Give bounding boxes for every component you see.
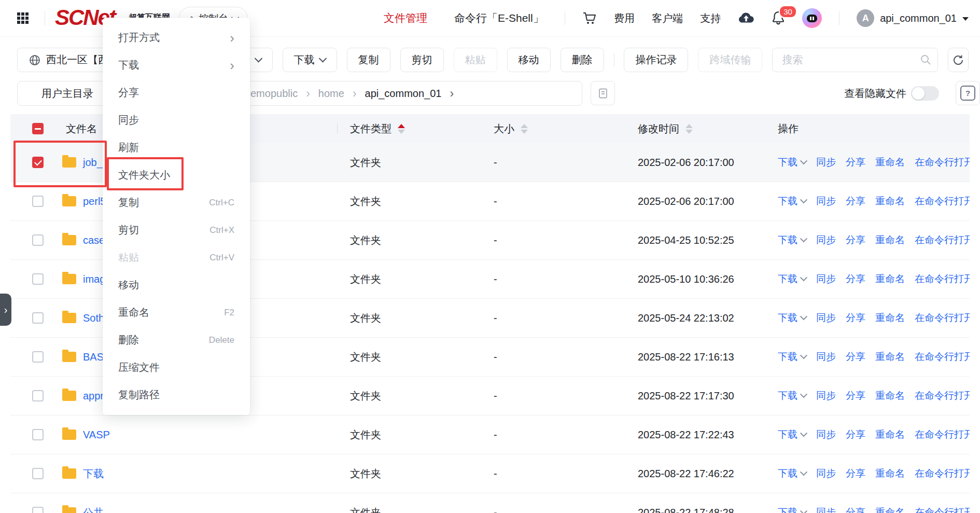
paste-button[interactable]: 粘贴 <box>454 48 497 72</box>
row-action-sync[interactable]: 同步 <box>816 195 836 208</box>
context-menu-item[interactable]: 复制路径 <box>103 381 250 409</box>
row-action-share[interactable]: 分享 <box>846 156 865 169</box>
row-action-open-in-terminal[interactable]: 在命令行打开 <box>915 233 970 247</box>
apps-grid-icon[interactable] <box>17 12 29 24</box>
row-action-share[interactable]: 分享 <box>846 233 865 247</box>
column-header-size[interactable]: 大小 <box>493 122 638 136</box>
table-row[interactable]: 下载文件夹-2025-08-22 17:46:22下载同步分享重命名在命令行打开 <box>10 454 970 493</box>
row-action-open-in-terminal[interactable]: 在命令行打开 <box>915 272 970 286</box>
context-menu-item[interactable]: 分享 <box>103 79 250 106</box>
path-copy-button[interactable] <box>591 81 615 105</box>
cart-icon[interactable] <box>582 11 597 25</box>
row-action-share[interactable]: 分享 <box>846 350 865 364</box>
file-name-link[interactable]: 公共 <box>83 506 104 513</box>
context-menu-item[interactable]: 移动 <box>103 271 250 299</box>
context-menu-item[interactable]: 剪切Ctrl+X <box>103 216 250 244</box>
root-directory-label[interactable]: 用户主目录 <box>41 81 93 105</box>
row-action-rename[interactable]: 重命名 <box>875 156 905 169</box>
breadcrumb-item[interactable]: home <box>318 88 344 100</box>
row-action-sync[interactable]: 同步 <box>816 467 836 480</box>
search-input[interactable] <box>772 48 938 72</box>
file-name-link[interactable]: imag <box>83 273 105 285</box>
context-menu-item[interactable]: 同步 <box>103 106 250 134</box>
row-action-sync[interactable]: 同步 <box>816 506 836 513</box>
row-checkbox[interactable] <box>32 390 44 401</box>
row-action-share[interactable]: 分享 <box>846 195 865 208</box>
operation-history-button[interactable]: 操作记录 <box>624 48 688 72</box>
row-action-rename[interactable]: 重命名 <box>875 506 905 513</box>
row-action-open-in-terminal[interactable]: 在命令行打开 <box>915 428 970 441</box>
sort-control[interactable] <box>521 124 528 134</box>
notifications-bell-icon[interactable]: 30 <box>772 11 785 25</box>
file-name-link[interactable]: appr <box>83 390 104 402</box>
nav-file-manager[interactable]: 文件管理 <box>384 11 427 25</box>
row-action-download[interactable]: 下载 <box>778 311 797 325</box>
cloud-upload-icon[interactable] <box>738 11 754 25</box>
row-action-rename[interactable]: 重命名 <box>875 233 905 247</box>
row-action-download[interactable]: 下载 <box>778 195 797 208</box>
row-action-download[interactable]: 下载 <box>778 428 797 441</box>
row-action-download[interactable]: 下载 <box>778 156 797 169</box>
ai-assistant-icon[interactable] <box>802 8 822 28</box>
row-action-rename[interactable]: 重命名 <box>875 272 905 286</box>
context-menu-item[interactable]: 打开方式› <box>103 24 250 51</box>
row-action-share[interactable]: 分享 <box>846 506 865 513</box>
row-action-sync[interactable]: 同步 <box>816 156 836 169</box>
row-checkbox[interactable] <box>32 196 44 207</box>
row-action-share[interactable]: 分享 <box>846 272 865 286</box>
row-action-open-in-terminal[interactable]: 在命令行打开 <box>915 195 970 208</box>
row-checkbox[interactable] <box>32 312 44 324</box>
copy-button[interactable]: 复制 <box>347 48 390 72</box>
column-header-type[interactable]: 文件类型 <box>337 122 493 136</box>
row-action-share[interactable]: 分享 <box>846 389 865 403</box>
nav-eshell[interactable]: 命令行「E-Shell」 <box>454 11 544 25</box>
sort-control[interactable] <box>685 124 693 134</box>
row-action-share[interactable]: 分享 <box>846 311 865 325</box>
row-action-rename[interactable]: 重命名 <box>875 428 905 441</box>
table-row[interactable]: VASP文件夹-2025-08-22 17:22:43下载同步分享重命名在命令行… <box>10 415 970 454</box>
row-action-rename[interactable]: 重命名 <box>875 195 905 208</box>
row-action-sync[interactable]: 同步 <box>816 350 836 364</box>
row-action-sync[interactable]: 同步 <box>816 233 836 247</box>
row-checkbox[interactable] <box>32 507 44 513</box>
row-action-open-in-terminal[interactable]: 在命令行打开 <box>915 156 970 169</box>
row-action-open-in-terminal[interactable]: 在命令行打开 <box>915 467 970 480</box>
breadcrumb-item[interactable]: emopublic <box>250 88 298 100</box>
row-checkbox[interactable] <box>32 429 44 440</box>
row-action-open-in-terminal[interactable]: 在命令行打开 <box>915 389 970 403</box>
file-name-link[interactable]: VASP <box>83 429 110 441</box>
context-menu-item[interactable]: 粘贴Ctrl+V <box>103 244 250 271</box>
sort-control[interactable] <box>398 124 405 134</box>
show-hidden-files-toggle[interactable] <box>911 86 939 101</box>
nav-client[interactable]: 客户端 <box>652 11 683 25</box>
row-action-download[interactable]: 下载 <box>778 467 797 480</box>
row-checkbox[interactable] <box>32 351 44 363</box>
context-menu-item[interactable]: 压缩文件 <box>103 354 250 381</box>
row-action-share[interactable]: 分享 <box>846 467 865 480</box>
context-menu-item[interactable]: 删除Delete <box>103 326 250 354</box>
row-action-open-in-terminal[interactable]: 在命令行打开 <box>915 350 970 364</box>
table-row[interactable]: 公共文件夹-2025-08-22 17:48:28下载同步分享重命名在命令行打开 <box>10 493 970 513</box>
search-icon[interactable] <box>920 54 931 67</box>
help-button[interactable]: ? <box>956 81 980 105</box>
context-menu-item[interactable]: 重命名F2 <box>103 299 250 326</box>
cross-region-transfer-button[interactable]: 跨域传输 <box>698 48 762 72</box>
row-action-download[interactable]: 下载 <box>778 272 797 286</box>
row-action-share[interactable]: 分享 <box>846 428 865 441</box>
row-action-download[interactable]: 下载 <box>778 506 797 513</box>
cut-button[interactable]: 剪切 <box>400 48 444 72</box>
row-action-open-in-terminal[interactable]: 在命令行打开 <box>915 506 970 513</box>
select-all-checkbox[interactable] <box>32 123 44 134</box>
row-action-download[interactable]: 下载 <box>778 389 797 403</box>
nav-fee[interactable]: 费用 <box>614 11 635 25</box>
row-checkbox[interactable] <box>32 468 44 479</box>
context-menu-item[interactable]: 复制Ctrl+C <box>103 189 250 216</box>
sidebar-expand-handle[interactable]: › <box>0 294 11 326</box>
row-action-sync[interactable]: 同步 <box>816 389 836 403</box>
row-action-download[interactable]: 下载 <box>778 233 797 247</box>
row-action-sync[interactable]: 同步 <box>816 428 836 441</box>
row-action-download[interactable]: 下载 <box>778 350 797 364</box>
row-checkbox[interactable] <box>32 234 44 246</box>
row-action-rename[interactable]: 重命名 <box>875 389 905 403</box>
file-name-link[interactable]: case <box>83 234 105 246</box>
